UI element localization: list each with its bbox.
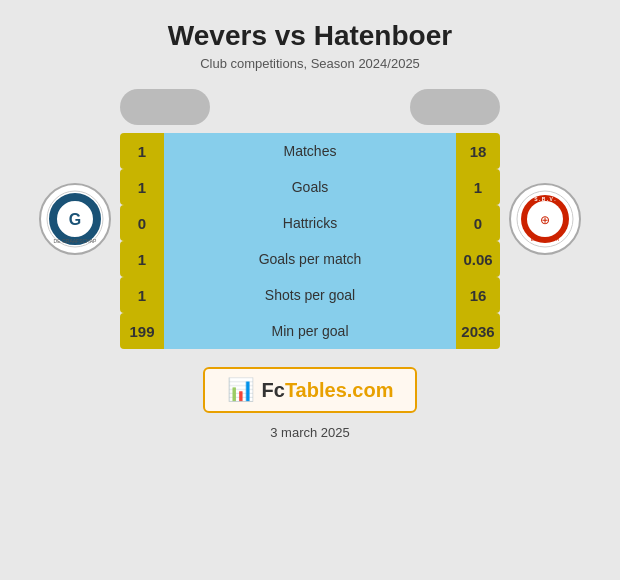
placeholder-row: [120, 89, 500, 125]
svg-text:S . B . V .: S . B . V .: [534, 196, 556, 202]
page-subtitle: Club competitions, Season 2024/2025: [200, 56, 420, 71]
stat-rows-list: 1Matches181Goals10Hattricks01Goals per m…: [120, 133, 500, 349]
stats-area: G DE GRAAFSCHAP 1Matches181Goals10Hattri…: [10, 89, 610, 349]
stat-label: Min per goal: [164, 313, 456, 349]
stat-row: 1Shots per goal16: [120, 277, 500, 313]
page-title: Wevers vs Hatenboer: [168, 20, 452, 52]
stat-value-right: 0.06: [456, 241, 500, 277]
stat-row: 0Hattricks0: [120, 205, 500, 241]
fctables-banner: 📊 FcTables.com: [203, 367, 418, 413]
stat-label: Goals: [164, 169, 456, 205]
stat-label: Goals per match: [164, 241, 456, 277]
stat-value-left: 1: [120, 169, 164, 205]
stat-row: 1Goals1: [120, 169, 500, 205]
fctables-label: FcTables.com: [262, 379, 394, 402]
stat-value-right: 0: [456, 205, 500, 241]
fctables-text-plain: Fc: [262, 379, 285, 401]
fctables-icon: 📊: [227, 377, 254, 403]
svg-text:EXCELSIOR: EXCELSIOR: [531, 236, 560, 242]
stat-value-left: 1: [120, 133, 164, 169]
degraafschap-svg: G DE GRAAFSCHAP: [45, 189, 105, 249]
stat-label: Hattricks: [164, 205, 456, 241]
placeholder-bar-left: [120, 89, 210, 125]
stat-value-left: 1: [120, 241, 164, 277]
svg-text:G: G: [69, 211, 81, 228]
logo-excelsior: S . B . V . ⊕ EXCELSIOR: [509, 183, 581, 255]
stat-value-right: 1: [456, 169, 500, 205]
logo-left-container: G DE GRAAFSCHAP: [30, 183, 120, 255]
stat-value-right: 16: [456, 277, 500, 313]
fctables-text-brand: Tables.com: [285, 379, 394, 401]
stat-label: Matches: [164, 133, 456, 169]
svg-text:⊕: ⊕: [540, 213, 550, 227]
rows-container: 1Matches181Goals10Hattricks01Goals per m…: [120, 89, 500, 349]
logo-right-container: S . B . V . ⊕ EXCELSIOR: [500, 183, 590, 255]
stat-row: 1Goals per match0.06: [120, 241, 500, 277]
stat-value-right: 18: [456, 133, 500, 169]
footer-date: 3 march 2025: [270, 425, 350, 440]
stat-label: Shots per goal: [164, 277, 456, 313]
stat-row: 1Matches18: [120, 133, 500, 169]
stat-value-left: 1: [120, 277, 164, 313]
page-container: Wevers vs Hatenboer Club competitions, S…: [0, 0, 620, 580]
stat-value-left: 199: [120, 313, 164, 349]
svg-text:DE GRAAFSCHAP: DE GRAAFSCHAP: [54, 238, 97, 244]
stat-row: 199Min per goal2036: [120, 313, 500, 349]
stat-value-right: 2036: [456, 313, 500, 349]
stat-value-left: 0: [120, 205, 164, 241]
logo-degraafschap: G DE GRAAFSCHAP: [39, 183, 111, 255]
excelsior-svg: S . B . V . ⊕ EXCELSIOR: [515, 189, 575, 249]
placeholder-bar-right: [410, 89, 500, 125]
